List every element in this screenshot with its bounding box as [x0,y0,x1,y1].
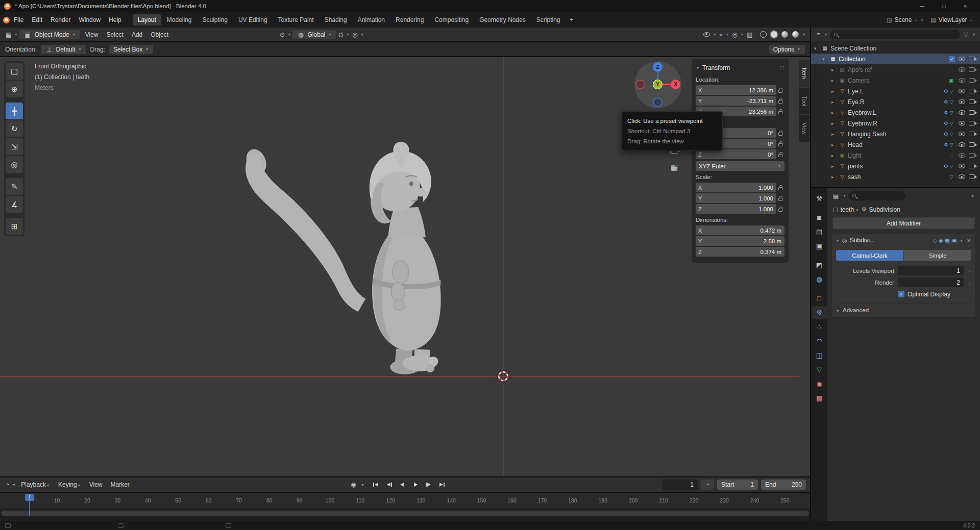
start-frame-field[interactable]: Start 1 [717,479,758,490]
lock-icon[interactable] [776,152,785,157]
particles-tab[interactable]: ∴ [812,320,827,333]
timeline-scrollbar[interactable] [0,508,810,521]
hide-viewport-icon[interactable] [959,164,965,168]
play-reverse-button[interactable] [396,479,408,490]
disable-render-icon[interactable] [969,121,975,125]
catmull-clark-button[interactable]: Catmull-Clark [836,250,903,261]
expand-arrow-icon[interactable]: ▸ [831,67,838,72]
world-tab[interactable]: ◍ [812,273,827,286]
menu-render[interactable]: Render [46,15,75,25]
animate-dot-icon[interactable]: ∙ [967,268,971,274]
filter-icon[interactable]: ▽ [962,31,970,38]
lock-icon[interactable] [776,141,785,146]
scale-y-field[interactable]: Y1.000 [696,193,776,203]
hide-viewport-icon[interactable] [959,121,965,125]
view-layer-tab[interactable]: ▣ [812,240,827,253]
lock-icon[interactable] [776,185,785,190]
expand-arrow-icon[interactable]: ▸ [831,153,838,158]
scale-x-field[interactable]: X1.000 [696,183,776,192]
timeline-menu-marker[interactable]: Marker [107,479,134,490]
rotation-x-field[interactable]: X0° [696,128,776,138]
disable-render-icon[interactable] [969,99,975,104]
auto-keying-toggle[interactable]: ◉ [347,479,359,490]
snap-magnet-icon[interactable]: Ω [337,31,345,38]
workspace-tab-rendering[interactable]: Rendering [390,14,429,26]
measure-tool[interactable]: ∡ [6,196,23,213]
disable-render-icon[interactable] [969,78,975,83]
advanced-section[interactable]: ▸ Advanced [836,304,971,313]
gizmo-x-axis[interactable]: X [671,80,680,89]
modifier-name[interactable]: Subdivi... [850,237,875,244]
pin-icon[interactable]: ⌖ [969,192,976,199]
lock-icon[interactable] [776,196,785,201]
dimensions-z-field[interactable]: Z0.374 m [696,247,785,257]
rotation-z-field[interactable]: Z0° [696,149,776,159]
gizmo-toggle-icon[interactable]: ⌖ [718,31,724,38]
menu-edit[interactable]: Edit [28,15,46,25]
disable-render-icon[interactable] [969,153,975,158]
gizmo-y-axis[interactable]: Y [653,80,663,89]
sidebar-tab-view[interactable]: View [799,115,810,142]
expand-arrow-icon[interactable]: ▸ [831,110,838,115]
cursor-tool[interactable]: ⊕ [6,81,23,97]
breadcrumb-modifier[interactable]: Subdivision [869,206,900,213]
expand-arrow-icon[interactable]: ▸ [831,132,838,137]
hide-viewport-icon[interactable] [959,99,965,104]
3d-viewport[interactable]: ▢⊕╋↻⇲◎✎∡⊞ Front Orthographic (1) Collect… [0,57,810,476]
transform-tool[interactable]: ◎ [6,156,23,173]
rotate-tool[interactable]: ↻ [6,120,23,137]
hide-viewport-icon[interactable] [959,153,965,158]
viewport-menu-select[interactable]: Select [103,30,128,40]
scale-z-field[interactable]: Z1.000 [696,204,776,214]
current-frame-badge[interactable]: 1 [25,494,34,501]
timeline-menu-view[interactable]: View [85,479,107,490]
hide-viewport-icon[interactable] [959,110,965,115]
lock-icon[interactable] [776,207,785,212]
hide-viewport-icon[interactable] [959,89,965,93]
camera-view-icon[interactable] [670,148,678,154]
dimensions-x-field[interactable]: X0.472 m [696,225,785,235]
rotation-y-field[interactable]: Y0° [696,139,776,148]
outliner-row-sash[interactable]: ▸▽sash▽ [811,171,980,182]
render-toggle[interactable]: ▣ [951,237,957,244]
ortho-grid-icon[interactable]: ▦ [671,163,678,172]
workspace-tab-sculpting[interactable]: Sculpting [198,14,233,26]
annotate-tool[interactable]: ✎ [6,178,23,195]
hide-viewport-icon[interactable] [959,142,965,147]
collapse-arrow-icon[interactable]: ▾ [822,57,829,62]
modifiers-tab[interactable]: ⚙ [812,306,827,319]
levels-viewport-field[interactable]: 1 [898,266,964,275]
current-frame-field[interactable]: 1 [662,479,698,490]
menu-help[interactable]: Help [105,15,126,25]
disable-render-icon[interactable] [969,110,975,115]
visibility-eye-icon[interactable] [702,31,712,38]
rotation-mode-dropdown[interactable]: XYZ Euler ▾ [696,161,785,171]
material-shading-button[interactable] [780,30,789,39]
disable-render-icon[interactable] [969,67,975,72]
view-layer-name[interactable]: ViewLayer [939,16,967,23]
timeline-menu-keying[interactable]: Keying▾ [54,479,85,490]
lock-icon[interactable] [776,88,785,93]
proportional-editing-icon[interactable]: ◎ [351,31,359,38]
viewport-menu-add[interactable]: Add [128,30,146,40]
workspace-tab-compositing[interactable]: Compositing [429,14,474,26]
timeline-editor-icon[interactable]: ◔ [4,481,11,488]
disable-render-icon[interactable] [969,132,975,136]
collapse-icon[interactable]: ▾ [696,66,700,70]
timeline-menu-playback[interactable]: Playback▾ [17,479,54,490]
optimal-display-checkbox[interactable]: ✓ [898,291,904,297]
add-cube-tool[interactable]: ⊞ [6,218,23,235]
workspace-tab-scripting[interactable]: Scripting [531,14,566,26]
sidebar-tab-item[interactable]: Item [799,60,810,87]
new-view-layer-icon[interactable]: + [970,17,973,23]
workspace-tab-animation[interactable]: Animation [353,14,390,26]
expand-arrow-icon[interactable]: ▸ [831,121,838,126]
expand-arrow-icon[interactable]: ▸ [831,164,838,169]
play-button[interactable] [409,479,422,490]
rendered-shading-button[interactable] [791,30,800,39]
location-z-field[interactable]: Z23.256 m [696,107,776,116]
close-button[interactable]: × [954,0,976,12]
add-workspace-button[interactable]: + [566,14,578,26]
drag-dropdown[interactable]: Select Box ▾ [109,45,153,54]
object-tab[interactable]: □ [812,292,827,305]
